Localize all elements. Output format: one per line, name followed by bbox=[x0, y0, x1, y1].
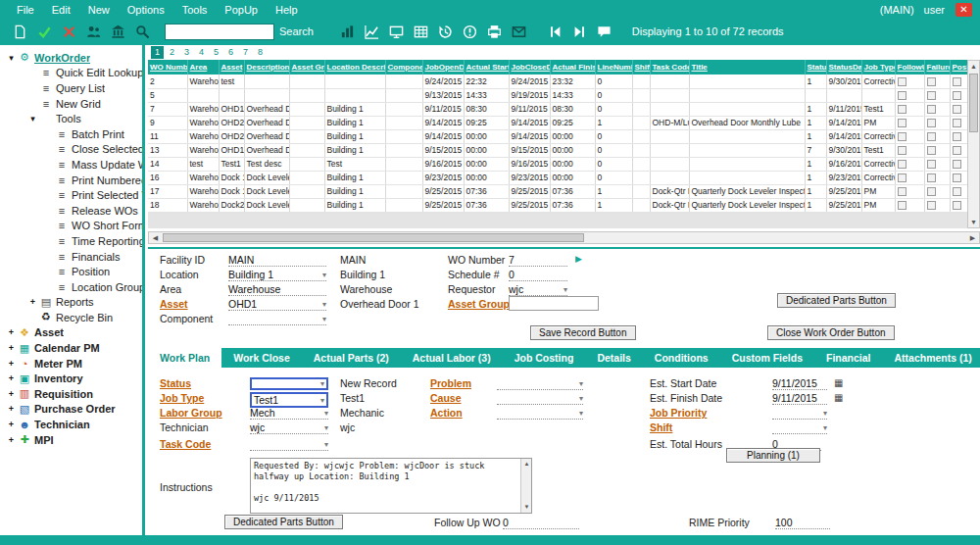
col-header-title[interactable]: Title bbox=[689, 60, 805, 74]
cell-location-description[interactable]: Building 1 bbox=[324, 198, 385, 212]
email-icon[interactable] bbox=[508, 22, 530, 42]
shift-dropdown[interactable]: ▾ bbox=[772, 421, 827, 434]
labor-group-label[interactable]: Labor Group bbox=[160, 407, 222, 419]
status-dropdown[interactable]: ▾ bbox=[250, 377, 328, 390]
cell-asset[interactable]: Dock2 bbox=[219, 198, 244, 212]
cell-actual-finish-time[interactable]: 00:00 bbox=[550, 129, 595, 143]
cell-area[interactable]: Warehouse bbox=[187, 184, 219, 198]
cell-component[interactable] bbox=[385, 74, 422, 88]
position-checkbox[interactable] bbox=[953, 187, 961, 196]
cell-jobopendate[interactable]: 9/14/2015 bbox=[422, 129, 464, 143]
cell-location-description[interactable]: Building 1 bbox=[324, 143, 385, 157]
users-icon[interactable] bbox=[82, 22, 105, 42]
cell-description[interactable]: Dock Leveler 2 bbox=[244, 198, 289, 212]
cell-actual-finish-time[interactable]: 07:36 bbox=[550, 184, 595, 198]
sidebar-item-print-numbered-wo[interactable]: ≡Print Numbered WO bbox=[0, 173, 142, 188]
followup-checkbox[interactable] bbox=[898, 160, 906, 169]
cell-description[interactable]: Overhead Door 1 bbox=[244, 143, 289, 157]
expanded-arrow-icon[interactable]: ▾ bbox=[27, 114, 38, 124]
cell-jobclosedate[interactable]: 9/15/2015 bbox=[509, 143, 550, 157]
cell-asset[interactable]: OHD1 bbox=[219, 143, 244, 157]
search-input[interactable] bbox=[165, 24, 274, 40]
cell-area[interactable]: Warehouse bbox=[187, 143, 219, 157]
confirm-icon[interactable] bbox=[33, 22, 56, 42]
followup-checkbox[interactable] bbox=[898, 119, 906, 127]
col-header-description[interactable]: Description bbox=[244, 60, 289, 74]
cell-statusdate[interactable] bbox=[826, 88, 861, 102]
print-icon[interactable] bbox=[483, 22, 506, 42]
cell-wo-number[interactable]: 18 bbox=[148, 198, 187, 212]
cell-jobclosedate[interactable]: 9/14/2015 bbox=[509, 116, 550, 129]
sidebar-item-quick-edit-lookup[interactable]: ≡Quick Edit Lookup bbox=[0, 66, 142, 81]
technician-dropdown[interactable]: wjc▾ bbox=[250, 421, 328, 434]
building-icon[interactable] bbox=[107, 22, 129, 42]
cell-actual-start-time[interactable]: 08:30 bbox=[464, 102, 509, 116]
sidebar-item-inventory[interactable]: +▣Inventory bbox=[0, 371, 142, 386]
labor-group-dropdown[interactable]: Mech▾ bbox=[250, 407, 328, 420]
requestor-dropdown[interactable]: wjc▾ bbox=[509, 283, 567, 296]
cell-job-type[interactable]: Corrective bbox=[861, 157, 895, 171]
rime-priority-field[interactable]: 100 bbox=[775, 517, 830, 529]
col-header-area[interactable]: Area bbox=[187, 60, 219, 74]
cell-status[interactable]: 1 bbox=[805, 198, 826, 212]
expand-plus-icon[interactable]: + bbox=[6, 373, 17, 383]
sidebar-item-meter-pm[interactable]: +◔Meter PM bbox=[0, 356, 142, 372]
cell-shift[interactable] bbox=[632, 88, 650, 102]
col-header-followup[interactable]: FollowUp bbox=[895, 60, 924, 74]
cell-jobopendate[interactable]: 9/23/2015 bbox=[422, 171, 464, 184]
cell-title[interactable] bbox=[689, 74, 805, 88]
cell-asset-group[interactable] bbox=[289, 129, 324, 143]
followup-checkbox[interactable] bbox=[898, 187, 906, 196]
tab-details[interactable]: Details bbox=[585, 348, 642, 368]
followup-checkbox[interactable] bbox=[898, 77, 906, 86]
cell-jobopendate[interactable]: 9/13/2015 bbox=[422, 88, 464, 102]
grid-vertical-scrollbar[interactable]: ▲ ▼ bbox=[967, 60, 980, 228]
cell-statusdate[interactable]: 9/11/2015 bbox=[826, 102, 861, 116]
component-dropdown[interactable]: ▾ bbox=[228, 313, 326, 325]
est-start-date-field[interactable]: 9/11/2015 bbox=[772, 377, 827, 390]
cell-linenumber[interactable]: 0 bbox=[595, 143, 632, 157]
cell-jobopendate[interactable]: 9/24/2015 bbox=[422, 74, 464, 88]
sidebar-item-purchase-order[interactable]: +▧Purchase Order bbox=[0, 402, 142, 418]
cell-status[interactable]: 1 bbox=[805, 184, 826, 198]
tab-work-close[interactable]: Work Close bbox=[221, 348, 302, 368]
col-header-actual-finish-time[interactable]: Actual Finish Time bbox=[550, 60, 595, 74]
sidebar-item-position[interactable]: ≡Position bbox=[0, 264, 142, 279]
cell-title[interactable]: Quarterly Dock Leveler Inspection bbox=[689, 184, 805, 198]
col-header-job-type[interactable]: Job Type bbox=[861, 60, 895, 74]
cell-wo-number[interactable]: 11 bbox=[148, 129, 187, 143]
followup-checkbox[interactable] bbox=[898, 146, 906, 155]
scroll-down-icon[interactable]: ▼ bbox=[521, 502, 532, 513]
cell-task-code[interactable] bbox=[650, 129, 689, 143]
expand-plus-icon[interactable]: + bbox=[6, 420, 17, 429]
sidebar-item-reports[interactable]: +▤Reports bbox=[0, 295, 142, 311]
cell-actual-finish-time[interactable]: 00:00 bbox=[550, 143, 595, 157]
save-record-button[interactable]: Save Record Button bbox=[530, 325, 636, 340]
cell-actual-start-time[interactable]: 00:00 bbox=[464, 157, 509, 171]
cell-jobclosedate[interactable]: 9/16/2015 bbox=[509, 157, 550, 171]
cell-component[interactable] bbox=[385, 198, 422, 212]
cell-task-code[interactable] bbox=[650, 143, 689, 157]
sidebar-item-mass-update-wos[interactable]: ≡Mass Update WOs bbox=[0, 157, 142, 173]
followup-checkbox[interactable] bbox=[898, 91, 906, 100]
table-icon[interactable] bbox=[410, 22, 432, 42]
cell-asset[interactable]: Test1 bbox=[219, 157, 244, 171]
table-row-wo-13[interactable]: 13WarehouseOHD1Overhead Door 1Building 1… bbox=[148, 143, 967, 157]
col-header-component[interactable]: Component bbox=[385, 60, 422, 74]
sidebar-item-financials[interactable]: ≡Financials bbox=[0, 249, 142, 265]
page-7[interactable]: 7 bbox=[239, 46, 252, 59]
page-2[interactable]: 2 bbox=[166, 46, 178, 59]
cell-jobclosedate[interactable]: 9/23/2015 bbox=[509, 171, 550, 184]
cell-status[interactable]: 7 bbox=[805, 143, 826, 157]
cell-component[interactable] bbox=[385, 102, 422, 116]
cell-title[interactable]: Quarterly Dock Leveler Inspection bbox=[689, 198, 805, 212]
col-header-location-description[interactable]: Location Description bbox=[324, 60, 385, 74]
sidebar-item-workorder[interactable]: ▾⚙WorkOrder bbox=[0, 50, 142, 66]
cell-job-type[interactable]: Test1 bbox=[861, 143, 895, 157]
followup-checkbox[interactable] bbox=[898, 173, 906, 182]
cell-description[interactable]: Overhead Door 1 bbox=[244, 102, 289, 116]
table-row-wo-14[interactable]: 14testTest1Test descTest9/16/201500:009/… bbox=[148, 157, 967, 171]
menu-new[interactable]: New bbox=[79, 4, 119, 16]
cell-task-code[interactable] bbox=[650, 88, 689, 102]
sidebar-item-requisition[interactable]: +▥Requisition bbox=[0, 386, 142, 402]
